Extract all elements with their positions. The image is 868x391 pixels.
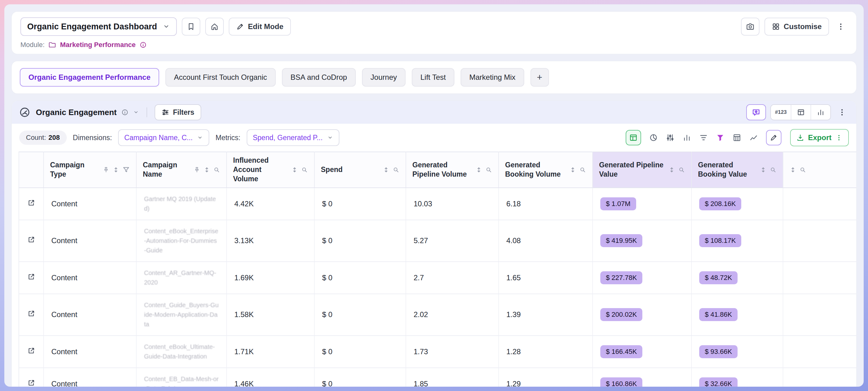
generated-booking-value-cell: $ 32.66K (691, 368, 783, 387)
pipeline-value-badge: $ 419.95K (600, 234, 642, 247)
filter-icon[interactable] (122, 166, 130, 174)
chart-toggle-button[interactable] (810, 105, 830, 120)
number-format-button[interactable]: #123 (771, 105, 791, 120)
bookmark-button[interactable] (182, 18, 200, 36)
open-record-button[interactable] (27, 310, 35, 318)
pencil-icon (236, 23, 244, 31)
module-link[interactable]: Marketing Performance (60, 41, 136, 49)
pie-chart-icon (649, 133, 658, 142)
sort-icon[interactable] (569, 167, 576, 173)
pie-chart-button[interactable] (649, 133, 658, 142)
campaign-name-cell: Content_AR_Gartner-MQ-2020 (136, 262, 226, 294)
external-link-icon (27, 379, 35, 387)
external-link-icon (27, 347, 35, 355)
widget-caret-icon[interactable] (133, 109, 139, 115)
metrics-dropdown[interactable]: Spend, Generated P... (247, 129, 339, 146)
dimensions-label: Dimensions: (73, 133, 112, 142)
extra-cell (783, 188, 856, 220)
pipeline-value-badge: $ 227.78K (600, 271, 642, 284)
campaign-type-cell: Content (43, 294, 136, 336)
filter-funnel-button[interactable] (716, 133, 724, 142)
open-record-button[interactable] (27, 379, 35, 387)
spend-cell: $ 0 (314, 220, 406, 262)
sort-icon[interactable] (204, 167, 210, 173)
metrics-value: Spend, Generated P... (253, 133, 323, 142)
module-label: Module: (21, 41, 44, 49)
open-record-button[interactable] (27, 273, 35, 281)
dashboard-title-dropdown[interactable]: Organic Engagement Dashboard (21, 17, 177, 36)
widget-info-icon[interactable] (121, 109, 129, 116)
sort-icon[interactable] (113, 167, 119, 173)
divider (147, 107, 147, 117)
edit-mode-button[interactable]: Edit Mode (229, 18, 291, 36)
pivot-table-button[interactable] (733, 133, 741, 142)
chevron-down-icon (163, 23, 170, 30)
table-toggle-button[interactable] (791, 105, 810, 120)
dashboard-tab[interactable]: Journey (362, 68, 406, 87)
external-link-icon (27, 236, 35, 244)
dashboard-tab[interactable]: Marketing Mix (461, 68, 524, 87)
influenced-account-volume-cell: 4.42K (226, 188, 314, 220)
count-label: Count: (26, 133, 46, 142)
customise-button[interactable]: Customise (765, 18, 829, 36)
screenshot-button[interactable] (741, 18, 760, 36)
sort-icon[interactable] (789, 167, 796, 173)
campaign-type-cell: Content (43, 368, 136, 387)
table-row: Content Content_eBook_Enterprise-Automat… (19, 220, 856, 262)
dimensions-dropdown[interactable]: Campaign Name, C... (118, 129, 209, 146)
pin-icon[interactable] (103, 167, 110, 173)
funnel-chart-button[interactable] (699, 133, 708, 142)
sort-icon[interactable] (668, 167, 675, 173)
header-menu-button[interactable] (834, 21, 847, 32)
widget-menu-button[interactable] (835, 107, 849, 118)
module-info-icon[interactable] (140, 41, 147, 49)
sort-icon[interactable] (291, 167, 298, 173)
extra-cell (783, 262, 856, 294)
sliders-button[interactable] (666, 133, 675, 142)
sort-icon[interactable] (475, 167, 482, 173)
campaign-type-cell: Content (43, 262, 136, 294)
generated-pipeline-volume-cell: 1.85 (406, 368, 499, 387)
add-tab-button[interactable]: + (530, 68, 549, 87)
generated-pipeline-value-cell: $ 160.86K (593, 368, 691, 387)
bar-chart-button[interactable] (683, 133, 691, 142)
dashboard-tab[interactable]: Account First Touch Organic (165, 68, 276, 87)
dashboard-tab[interactable]: Organic Engagement Performance (20, 68, 159, 87)
export-button[interactable]: Export (790, 129, 849, 146)
edit-table-button[interactable] (766, 130, 781, 145)
sparkle-chat-icon (752, 108, 761, 117)
link-cell (19, 294, 43, 336)
external-link-icon (27, 273, 35, 281)
search-icon[interactable] (393, 167, 399, 173)
search-icon[interactable] (770, 167, 776, 173)
search-icon[interactable] (678, 167, 685, 173)
sort-icon[interactable] (383, 167, 390, 173)
search-icon[interactable] (213, 167, 220, 173)
filters-button[interactable]: Filters (155, 104, 201, 120)
open-record-button[interactable] (27, 236, 35, 244)
search-icon[interactable] (799, 167, 806, 173)
dashboard-page: Organic Engagement Dashboard Edit Mode C… (4, 4, 864, 387)
generated-pipeline-volume-cell: 2.7 (406, 262, 499, 294)
open-record-button[interactable] (27, 347, 35, 355)
search-icon[interactable] (301, 167, 308, 173)
header-influenced-account-volume: Influenced Account Volume (226, 152, 314, 188)
module-row: Module: Marketing Performance (21, 41, 847, 49)
export-menu-icon[interactable] (835, 134, 843, 141)
table-icon (797, 108, 805, 116)
table-view-button[interactable] (626, 130, 641, 145)
search-icon[interactable] (579, 167, 586, 173)
dashboard-tab[interactable]: BSA and CoDrop (282, 68, 356, 87)
generated-booking-volume-cell: 1.39 (499, 294, 593, 336)
generated-pipeline-volume-cell: 2.02 (406, 294, 499, 336)
home-button[interactable] (205, 18, 224, 36)
sort-icon[interactable] (760, 167, 767, 173)
table-row: Content Content_eBook_Ultimate-Guide-Dat… (19, 336, 856, 368)
trend-line-button[interactable] (749, 133, 758, 142)
search-icon[interactable] (485, 167, 492, 173)
open-record-button[interactable] (27, 199, 35, 207)
pin-icon[interactable] (193, 167, 200, 173)
generated-pipeline-value-cell: $ 1.07M (593, 188, 691, 220)
ai-assistant-button[interactable] (746, 104, 766, 120)
dashboard-tab[interactable]: Lift Test (412, 68, 455, 87)
